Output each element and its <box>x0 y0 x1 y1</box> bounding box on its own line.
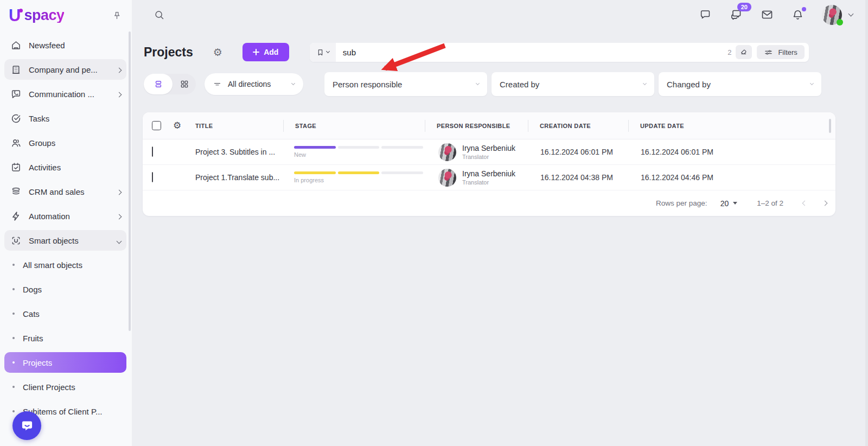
person-avatar <box>438 169 456 187</box>
sidebar-item-label: Groups <box>29 138 55 148</box>
direction-filter-select[interactable]: All directions <box>205 73 303 95</box>
sidebar-nav: Newsfeed Company and pe... Communication… <box>0 30 132 422</box>
person-name: Iryna Serbeniuk <box>462 169 515 178</box>
rows-per-page-select[interactable]: 20 <box>720 199 738 208</box>
stage-progress-bar <box>294 171 423 174</box>
sidebar-item-label: Smart objects <box>29 236 79 245</box>
column-settings-button[interactable]: ⚙ <box>173 121 181 130</box>
chevron-down-icon <box>643 81 647 85</box>
support-chat-button[interactable] <box>12 411 41 440</box>
previous-page-button[interactable] <box>803 201 807 205</box>
clear-search-button[interactable] <box>736 45 752 59</box>
comments-button[interactable] <box>699 9 712 21</box>
column-header-creation-date[interactable]: CREATION DATE <box>528 120 628 132</box>
sidebar-subitem-label: Client Projects <box>23 383 75 392</box>
sidebar-subitem-dogs[interactable]: Dogs <box>4 279 126 300</box>
sidebar-item-smart-objects[interactable]: Smart objects <box>4 230 126 251</box>
toolbar: All directions Person responsible Create… <box>143 72 868 96</box>
project-title[interactable]: Project 1.Translate sub... <box>193 173 283 182</box>
grid-view-icon <box>180 79 189 89</box>
bullet-icon <box>12 386 15 388</box>
notification-dot <box>802 7 806 11</box>
column-header-title[interactable]: TITLE <box>193 120 283 132</box>
sidebar-scrollbar[interactable] <box>129 31 131 331</box>
smart-objects-icon <box>10 234 22 246</box>
messenger-button[interactable]: 20 <box>730 8 743 21</box>
mail-button[interactable] <box>761 8 774 21</box>
list-view-icon <box>154 79 163 89</box>
column-header-update-date[interactable]: UPDATE DATE <box>628 120 835 132</box>
project-title[interactable]: Project 3. Subtitles in ... <box>193 148 283 156</box>
saved-search-button[interactable] <box>310 43 336 62</box>
sidebar-item-company-and-people[interactable]: Company and pe... <box>4 59 126 80</box>
sidebar-item-label: Newsfeed <box>29 41 65 50</box>
person-responsible-select[interactable]: Person responsible <box>324 72 487 96</box>
person-cell[interactable]: Iryna Serbeniuk Translator <box>425 143 528 161</box>
sidebar-item-label: Tasks <box>29 114 49 123</box>
projects-page: Projects ⚙ Add 2 Filters <box>132 29 868 216</box>
person-responsible-label: Person responsible <box>333 80 402 89</box>
chevron-down-icon <box>810 81 814 85</box>
chevron-down-icon <box>117 235 121 245</box>
pin-icon <box>112 10 122 21</box>
stage-label: New <box>294 151 425 158</box>
sidebar-item-communication[interactable]: Communication ... <box>4 84 126 104</box>
messages-badge: 20 <box>737 3 751 11</box>
eraser-icon <box>739 48 748 56</box>
calendar-check-icon <box>10 161 22 173</box>
sidebar-item-automation[interactable]: Automation <box>4 206 126 226</box>
logo-letter: U <box>9 6 21 25</box>
user-avatar[interactable] <box>822 5 842 25</box>
sidebar-item-crm-and-sales[interactable]: CRM and sales <box>4 181 126 202</box>
sidebar-item-groups[interactable]: Groups <box>4 132 126 153</box>
sidebar-item-newsfeed[interactable]: Newsfeed <box>4 35 126 55</box>
add-button[interactable]: Add <box>242 43 289 61</box>
projects-table: ⚙ TITLE STAGE PERSON RESPONSIBLE CREATIO… <box>143 112 835 216</box>
update-date: 16.12.2024 06:01 PM <box>628 148 835 156</box>
table-row[interactable]: Project 3. Subtitles in ... New Iryna Se… <box>143 139 835 165</box>
sidebar-subitem-label: Fruits <box>23 334 43 343</box>
notifications-button[interactable] <box>792 9 804 21</box>
sidebar-item-tasks[interactable]: Tasks <box>4 108 126 129</box>
changed-by-select[interactable]: Changed by <box>659 72 821 96</box>
column-header-stage[interactable]: STAGE <box>283 120 425 132</box>
sidebar-subitem-projects[interactable]: Projects <box>4 352 126 373</box>
gear-icon: ⚙ <box>173 120 181 131</box>
row-checkbox[interactable] <box>152 172 153 182</box>
pin-sidebar-button[interactable] <box>112 10 122 21</box>
grid-view-button[interactable] <box>173 74 196 94</box>
person-cell[interactable]: Iryna Serbeniuk Translator <box>425 169 528 187</box>
sidebar-subitem-client-projects[interactable]: Client Projects <box>4 377 126 397</box>
global-search-button[interactable] <box>154 9 165 21</box>
topbar-actions: 20 <box>699 5 853 25</box>
stage-cell[interactable]: New <box>283 146 425 158</box>
created-by-select[interactable]: Created by <box>492 72 654 96</box>
select-all-checkbox[interactable] <box>152 121 161 130</box>
header-select-cell: ⚙ <box>143 121 193 130</box>
mail-icon <box>761 8 774 21</box>
list-view-button[interactable] <box>144 74 173 94</box>
direction-filter-value: All directions <box>228 80 271 88</box>
created-by-label: Created by <box>500 80 539 89</box>
row-checkbox[interactable] <box>152 146 153 157</box>
sidebar-item-activities[interactable]: Activities <box>4 157 126 177</box>
table-scrollbar[interactable] <box>829 119 831 133</box>
filters-button[interactable]: Filters <box>757 45 804 59</box>
sidebar-subitem-all-smart-objects[interactable]: All smart objects <box>4 254 126 275</box>
column-header-person[interactable]: PERSON RESPONSIBLE <box>425 120 528 132</box>
sidebar-subitem-fruits[interactable]: Fruits <box>4 328 126 348</box>
person-role: Translator <box>462 154 515 160</box>
table-row[interactable]: Project 1.Translate sub... In progress I… <box>143 165 835 190</box>
search-match-count: 2 <box>727 48 731 56</box>
bullet-icon <box>12 264 15 266</box>
sidebar-subitem-cats[interactable]: Cats <box>4 303 126 324</box>
window-scrollbar[interactable] <box>865 0 868 446</box>
stage-cell[interactable]: In progress <box>283 171 425 183</box>
uspacy-logo-icon[interactable]: U <box>9 7 21 24</box>
creation-date: 16.12.2024 04:38 PM <box>528 173 628 182</box>
account-menu[interactable] <box>822 5 853 25</box>
search-input[interactable] <box>336 43 727 62</box>
next-page-button[interactable] <box>823 201 827 205</box>
person-avatar <box>438 143 456 161</box>
page-settings-button[interactable]: ⚙ <box>213 47 222 58</box>
